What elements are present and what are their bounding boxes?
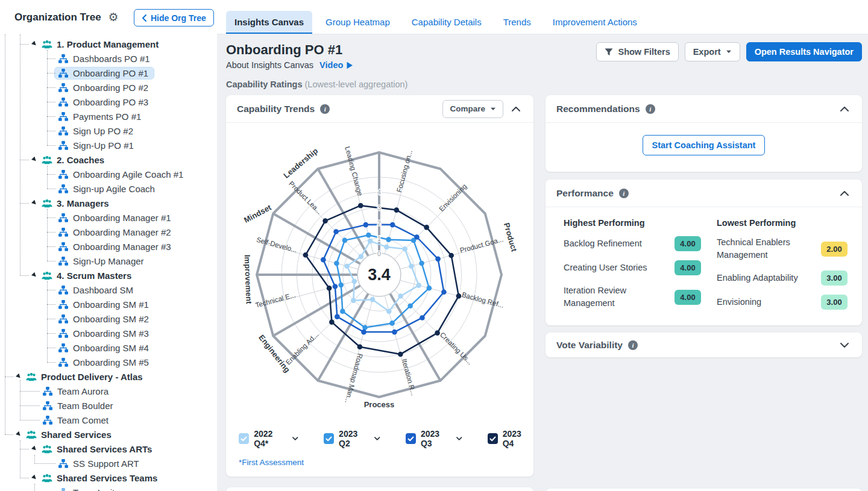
legend-item-2023-q2[interactable]: 2023 Q2 (324, 429, 380, 448)
page-title: Onboarding PO #1 (226, 42, 596, 58)
tree-expander-icon[interactable] (31, 446, 37, 452)
tree-connector-dash (47, 87, 55, 88)
chevron-down-icon[interactable] (456, 437, 462, 440)
legend-item-2022-q4-[interactable]: 2022 Q4* (239, 429, 298, 448)
start-coaching-assistant-button[interactable]: Start Coaching Assistant (643, 135, 766, 155)
video-link[interactable]: Video (319, 60, 353, 70)
tree-connector-dash (20, 160, 29, 160)
chevron-down-icon[interactable] (374, 437, 380, 440)
series-checkbox[interactable] (406, 433, 416, 444)
info-icon[interactable]: i (628, 340, 638, 350)
tree-item-team-comet[interactable]: Team Comet (0, 413, 217, 427)
gear-icon[interactable]: ⚙ (108, 11, 119, 23)
collapse-panel-button[interactable] (838, 104, 851, 114)
tree-item-onboarding-manager-1[interactable]: Onboarding Manager #1 (0, 210, 217, 225)
tree-connector-dash (47, 261, 55, 261)
tree-expander-icon[interactable] (31, 200, 37, 206)
tree-group-2-coaches[interactable]: 2. Coaches (0, 152, 217, 167)
tree-group-3-managers[interactable]: 3. Managers (0, 196, 217, 210)
tree-group-4-scrum-masters[interactable]: 4. Scrum Masters (0, 268, 217, 283)
legend-item-2023-q4[interactable]: 2023 Q4 (488, 429, 533, 448)
tree-item-onboarding-po-1[interactable]: Onboarding PO #1 (0, 66, 217, 80)
capability-trends-radar-chart: 3.401234Focusing on...EnvisioningProduct… (226, 123, 532, 423)
tree-group-shared-services-teams[interactable]: Shared Services Teams (0, 471, 217, 485)
main-content: Onboarding PO #1 About Insights Canvas V… (217, 34, 868, 491)
collapse-panel-button[interactable] (509, 104, 523, 114)
compare-button[interactable]: Compare (442, 100, 503, 118)
tab-group-heatmap[interactable]: Group Heatmap (317, 11, 398, 34)
performance-item: Iteration Review Management 4.00 (564, 284, 701, 310)
tree-item-sign-up-manager[interactable]: Sign-Up Manager (0, 254, 217, 268)
tree-item-onboarding-agile-coach-1[interactable]: Onboarding Agile Coach #1 (0, 167, 217, 181)
open-results-navigator-button[interactable]: Open Results Navigator (746, 42, 862, 61)
tree-item-team-ignite[interactable]: Team Ignite (0, 485, 217, 491)
tree-expander-icon[interactable] (31, 41, 37, 47)
series-checkbox[interactable] (324, 433, 334, 444)
tree-item-onboarding-po-2[interactable]: Onboarding PO #2 (0, 80, 217, 95)
score-badge: 2.00 (821, 242, 848, 257)
tree-item-onboarding-sm-5[interactable]: Onboarding SM #5 (0, 355, 217, 369)
team-hierarchy-icon (58, 228, 69, 237)
legend-item-2023-q3[interactable]: 2023 Q3 (406, 429, 462, 448)
tree-item-onboarding-manager-2[interactable]: Onboarding Manager #2 (0, 225, 217, 239)
tree-expander-icon[interactable] (16, 431, 22, 437)
recommendations-title: Recommendations (556, 104, 640, 114)
group-people-icon (26, 430, 37, 439)
chevron-down-icon[interactable] (292, 437, 298, 440)
recommendations-card: Recommendations i Start Coaching Assista… (546, 95, 862, 172)
series-checkbox[interactable] (239, 433, 249, 444)
tree-item-onboarding-sm-1[interactable]: Onboarding SM #1 (0, 297, 217, 311)
tree-item-dashboard-sm[interactable]: Dashboard SM (0, 283, 217, 297)
svg-text:0: 0 (377, 250, 381, 257)
tree-item-onboarding-manager-3[interactable]: Onboarding Manager #3 (0, 239, 217, 254)
tree-item-ss-support-art[interactable]: SS Support ART (0, 456, 217, 471)
tree-group-shared-services[interactable]: Shared Services (0, 427, 217, 442)
team-hierarchy-icon (58, 54, 69, 63)
svg-text:Product Lea...: Product Lea... (288, 180, 323, 215)
collapse-panel-button[interactable] (838, 189, 851, 198)
tree-item-onboarding-sm-4[interactable]: Onboarding SM #4 (0, 340, 217, 355)
chevron-up-icon (840, 191, 849, 196)
tree-expander-icon[interactable] (16, 374, 22, 380)
tree-group-shared-services-arts[interactable]: Shared Services ARTs (0, 442, 217, 456)
tree-item-sign-up-po-2[interactable]: Sign Up PO #2 (0, 124, 217, 138)
tree-expander-icon[interactable] (31, 272, 37, 278)
export-button[interactable]: Export (685, 42, 740, 61)
tree-item-team-boulder[interactable]: Team Boulder (0, 398, 217, 413)
show-filters-button[interactable]: Show Filters (596, 42, 678, 61)
tree-expander-icon[interactable] (31, 157, 37, 163)
info-icon[interactable]: i (619, 189, 629, 198)
hide-org-tree-button[interactable]: Hide Org Tree (134, 9, 214, 27)
series-checkbox[interactable] (488, 433, 498, 444)
tree-group-1-product-management[interactable]: 1. Product Management (0, 37, 217, 51)
info-icon[interactable]: i (320, 104, 330, 114)
team-hierarchy-icon (58, 98, 69, 107)
tab-trends[interactable]: Trends (495, 11, 539, 34)
tab-improvement-actions[interactable]: Improvement Actions (544, 11, 646, 34)
svg-text:Mindset: Mindset (242, 202, 273, 225)
tree-item-sign-up-po-1[interactable]: Sign-Up PO #1 (0, 138, 217, 152)
chevron-up-icon (840, 107, 849, 111)
info-icon[interactable]: i (646, 104, 655, 114)
tree-item-onboarding-sm-3[interactable]: Onboarding SM #3 (0, 326, 217, 340)
tree-item-dashboards-po-1[interactable]: Dashboards PO #1 (0, 51, 217, 66)
tree-connector-dash (47, 145, 55, 146)
tree-connector-dash (20, 44, 29, 45)
tree-item-onboarding-sm-2[interactable]: Onboarding SM #2 (0, 311, 217, 326)
tab-capability-details[interactable]: Capability Details (403, 11, 490, 34)
partial-card-right (546, 489, 862, 491)
tree-connector-dash (47, 73, 55, 73)
first-assessment-footnote[interactable]: *First Assessment (226, 448, 533, 467)
tree-connector-dash (47, 319, 55, 319)
tree-item-sign-up-agile-coach[interactable]: Sign-up Agile Coach (0, 181, 217, 196)
tree-item-onboarding-po-3[interactable]: Onboarding PO #3 (0, 95, 217, 109)
tab-insights-canvas[interactable]: Insights Canvas (226, 11, 312, 34)
tree-group-product-delivery-atlas[interactable]: Product Delivery - Atlas (0, 369, 217, 384)
tree-item-team-aurora[interactable]: Team Aurora (0, 384, 217, 398)
expand-panel-button[interactable] (838, 340, 851, 350)
tree-expander-icon[interactable] (31, 475, 37, 481)
tree-connector-dash (47, 362, 55, 363)
tree-connector-dash (47, 131, 55, 131)
group-people-icon (26, 372, 37, 381)
tree-item-payments-po-1[interactable]: Payments PO #1 (0, 109, 217, 124)
